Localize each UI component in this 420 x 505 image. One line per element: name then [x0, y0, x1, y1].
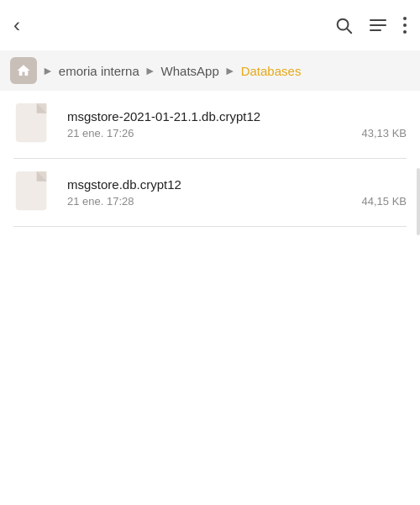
file-date-1: 21 ene. 17:26: [67, 127, 134, 139]
scrollbar[interactable]: [417, 168, 420, 235]
breadcrumb-chevron-3: ►: [224, 64, 236, 77]
file-size-1: 43,13 KB: [362, 127, 407, 139]
more-options-button[interactable]: [403, 17, 407, 34]
file-icon-1: [13, 103, 54, 146]
list-view-button[interactable]: [370, 19, 386, 31]
file-item-2[interactable]: msgstore.db.crypt12 21 ene. 17:28 44,15 …: [0, 159, 420, 226]
breadcrumb: ► emoria interna ► WhatsApp ► Databases: [0, 50, 420, 91]
breadcrumb-item-memoria[interactable]: emoria interna: [59, 64, 139, 78]
file-name-2: msgstore.db.crypt12: [67, 177, 407, 192]
top-bar: ‹: [0, 0, 420, 50]
breadcrumb-chevron-1: ►: [42, 64, 54, 77]
svg-line-1: [347, 29, 351, 33]
breadcrumb-chevron-2: ►: [144, 64, 156, 77]
file-name-1: msgstore-2021-01-21.1.db.crypt12: [67, 109, 407, 124]
search-button[interactable]: [334, 16, 353, 34]
back-button[interactable]: ‹: [13, 13, 20, 37]
file-item-1[interactable]: msgstore-2021-01-21.1.db.crypt12 21 ene.…: [0, 91, 420, 158]
file-list: msgstore-2021-01-21.1.db.crypt12 21 ene.…: [0, 91, 420, 227]
file-meta-1: 21 ene. 17:26 43,13 KB: [67, 127, 407, 139]
file-icon-2: [13, 171, 54, 214]
breadcrumb-item-whatsapp[interactable]: WhatsApp: [161, 64, 219, 78]
file-info-1: msgstore-2021-01-21.1.db.crypt12 21 ene.…: [67, 109, 407, 139]
file-meta-2: 21 ene. 17:28 44,15 KB: [67, 195, 407, 208]
breadcrumb-home[interactable]: [10, 57, 37, 84]
file-info-2: msgstore.db.crypt12 21 ene. 17:28 44,15 …: [67, 177, 407, 208]
file-date-2: 21 ene. 17:28: [67, 195, 134, 208]
divider-2: [13, 226, 407, 227]
breadcrumb-item-databases[interactable]: Databases: [241, 64, 302, 78]
file-size-2: 44,15 KB: [362, 195, 407, 208]
